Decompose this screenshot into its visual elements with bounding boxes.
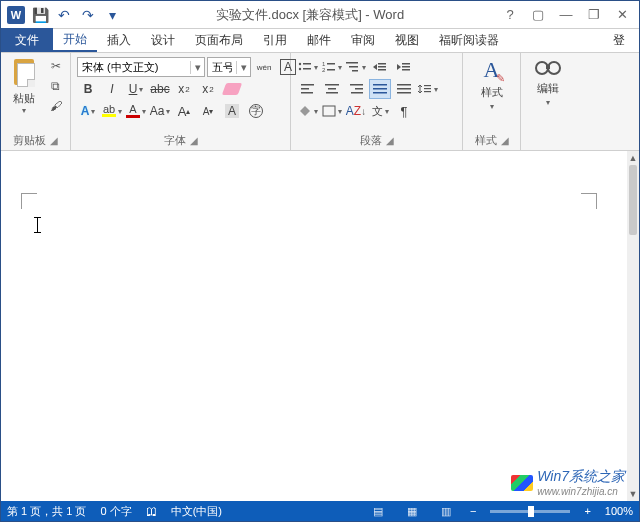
group-clipboard: 粘贴 ▾ ✂ ⧉ 🖌 剪贴板◢ bbox=[1, 53, 71, 150]
tab-file[interactable]: 文件 bbox=[1, 28, 53, 52]
scroll-up-button[interactable]: ▲ bbox=[627, 151, 639, 165]
font-launcher[interactable]: ◢ bbox=[190, 135, 198, 146]
clipboard-launcher[interactable]: ◢ bbox=[50, 135, 58, 146]
view-web-layout-button[interactable]: ▥ bbox=[436, 503, 456, 519]
svg-rect-25 bbox=[350, 84, 363, 86]
text-direction-button[interactable]: 文▾ bbox=[369, 101, 391, 121]
font-name-combo[interactable]: ▾ bbox=[77, 57, 205, 77]
status-proofing-icon[interactable]: 🕮 bbox=[146, 505, 157, 517]
window-controls: ? ▢ — ❐ ✕ bbox=[497, 4, 635, 26]
minimize-button[interactable]: — bbox=[553, 4, 579, 26]
align-left-button[interactable] bbox=[297, 79, 319, 99]
line-spacing-button[interactable]: ▾ bbox=[417, 79, 439, 99]
tab-foxit-reader[interactable]: 福昕阅读器 bbox=[429, 28, 509, 52]
distributed-button[interactable] bbox=[393, 79, 415, 99]
italic-button[interactable]: I bbox=[101, 79, 123, 99]
font-size-input[interactable] bbox=[208, 61, 236, 73]
tab-design[interactable]: 设计 bbox=[141, 28, 185, 52]
eraser-icon bbox=[222, 83, 242, 95]
restore-button[interactable]: ❐ bbox=[581, 4, 607, 26]
svg-rect-28 bbox=[373, 84, 387, 86]
status-page[interactable]: 第 1 页，共 1 页 bbox=[7, 504, 86, 519]
svg-rect-31 bbox=[397, 84, 411, 86]
font-size-combo[interactable]: ▾ bbox=[207, 57, 251, 77]
borders-button[interactable]: ▾ bbox=[321, 101, 343, 121]
svg-rect-13 bbox=[378, 66, 386, 68]
scroll-track[interactable] bbox=[627, 165, 639, 487]
subscript-button[interactable]: x2 bbox=[173, 79, 195, 99]
document-area[interactable] bbox=[1, 151, 627, 501]
bullets-button[interactable]: ▾ bbox=[297, 57, 319, 77]
svg-point-0 bbox=[299, 63, 301, 65]
shrink-font-button[interactable]: A▾ bbox=[197, 101, 219, 121]
styles-button[interactable]: A✎ 样式 ▾ bbox=[470, 57, 514, 111]
status-language[interactable]: 中文(中国) bbox=[171, 504, 222, 519]
underline-button[interactable]: U▾ bbox=[125, 79, 147, 99]
close-button[interactable]: ✕ bbox=[609, 4, 635, 26]
view-read-mode-button[interactable]: ▤ bbox=[368, 503, 388, 519]
multilevel-list-button[interactable]: ▾ bbox=[345, 57, 367, 77]
tab-view[interactable]: 视图 bbox=[385, 28, 429, 52]
svg-rect-36 bbox=[424, 91, 431, 92]
ribbon-tabs: 文件 开始 插入 设计 页面布局 引用 邮件 审阅 视图 福昕阅读器 登 bbox=[1, 29, 639, 53]
tab-page-layout[interactable]: 页面布局 bbox=[185, 28, 253, 52]
paste-button[interactable]: 粘贴 ▾ bbox=[6, 57, 42, 115]
ribbon-display-options-button[interactable]: ▢ bbox=[525, 4, 551, 26]
tab-insert[interactable]: 插入 bbox=[97, 28, 141, 52]
increase-indent-button[interactable] bbox=[393, 57, 415, 77]
view-print-layout-button[interactable]: ▦ bbox=[402, 503, 422, 519]
tab-home[interactable]: 开始 bbox=[53, 28, 97, 52]
binoculars-icon bbox=[535, 57, 561, 79]
character-shading-button[interactable]: A bbox=[221, 101, 243, 121]
decrease-indent-button[interactable] bbox=[369, 57, 391, 77]
help-button[interactable]: ? bbox=[497, 4, 523, 26]
zoom-in-button[interactable]: + bbox=[584, 505, 590, 517]
scroll-thumb[interactable] bbox=[629, 165, 637, 235]
show-marks-button[interactable]: ¶ bbox=[393, 101, 415, 121]
shading-button[interactable]: ▾ bbox=[297, 101, 319, 121]
sign-in-button[interactable]: 登 bbox=[603, 28, 635, 52]
styles-launcher[interactable]: ◢ bbox=[501, 135, 509, 146]
title-bar: W 💾 ↶ ↷ ▾ 实验文件.docx [兼容模式] - Word ? ▢ — … bbox=[1, 1, 639, 29]
zoom-out-button[interactable]: − bbox=[470, 505, 476, 517]
text-cursor bbox=[37, 217, 38, 233]
superscript-button[interactable]: x2 bbox=[197, 79, 219, 99]
align-right-button[interactable] bbox=[345, 79, 367, 99]
justify-button[interactable] bbox=[369, 79, 391, 99]
tab-mailings[interactable]: 邮件 bbox=[297, 28, 341, 52]
strikethrough-button[interactable]: abc bbox=[149, 79, 171, 99]
bold-button[interactable]: B bbox=[77, 79, 99, 99]
clipboard-icon bbox=[10, 57, 38, 89]
cut-button[interactable]: ✂ bbox=[46, 57, 66, 75]
enclose-characters-button[interactable]: 字 bbox=[245, 101, 267, 121]
change-case-button[interactable]: Aa▾ bbox=[149, 101, 171, 121]
zoom-slider[interactable] bbox=[490, 510, 570, 513]
svg-rect-8 bbox=[346, 62, 358, 64]
editing-button[interactable]: 编辑 ▾ bbox=[526, 57, 570, 107]
status-word-count[interactable]: 0 个字 bbox=[100, 504, 131, 519]
tab-review[interactable]: 审阅 bbox=[341, 28, 385, 52]
numbering-button[interactable]: 12▾ bbox=[321, 57, 343, 77]
redo-button[interactable]: ↷ bbox=[77, 4, 99, 26]
sort-button[interactable]: AZ↓ bbox=[345, 101, 367, 121]
scroll-down-button[interactable]: ▼ bbox=[627, 487, 639, 501]
undo-button[interactable]: ↶ bbox=[53, 4, 75, 26]
align-center-button[interactable] bbox=[321, 79, 343, 99]
font-color-button[interactable]: A▾ bbox=[125, 101, 147, 121]
font-name-input[interactable] bbox=[78, 61, 190, 73]
grow-font-button[interactable]: A▴ bbox=[173, 101, 195, 121]
paragraph-launcher[interactable]: ◢ bbox=[386, 135, 394, 146]
phonetic-guide-button[interactable]: wén bbox=[253, 57, 275, 77]
zoom-slider-thumb[interactable] bbox=[528, 506, 534, 517]
svg-marker-15 bbox=[397, 64, 401, 70]
highlight-button[interactable]: ab▾ bbox=[101, 101, 123, 121]
qat-customize-button[interactable]: ▾ bbox=[101, 4, 123, 26]
text-effects-button[interactable]: A▾ bbox=[77, 101, 99, 121]
format-painter-button[interactable]: 🖌 bbox=[46, 97, 66, 115]
save-button[interactable]: 💾 bbox=[29, 4, 51, 26]
vertical-scrollbar[interactable]: ▲ ▼ bbox=[627, 151, 639, 501]
clear-formatting-button[interactable] bbox=[221, 79, 243, 99]
copy-button[interactable]: ⧉ bbox=[46, 77, 66, 95]
zoom-level[interactable]: 100% bbox=[605, 505, 633, 517]
tab-references[interactable]: 引用 bbox=[253, 28, 297, 52]
